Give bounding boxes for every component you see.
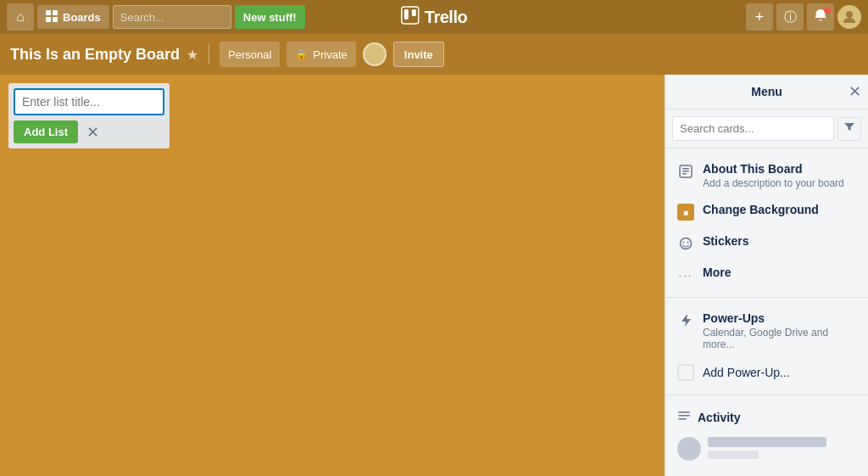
privacy-button[interactable]: 🔒 Private (287, 42, 355, 67)
trello-logo-icon (401, 6, 420, 29)
close-icon: ✕ (849, 83, 861, 100)
activity-text-blur (708, 437, 826, 447)
about-board-item[interactable]: About This Board Add a description to yo… (665, 155, 868, 196)
activity-time-blur (708, 451, 759, 459)
card-search-input[interactable] (672, 116, 834, 141)
more-title: More (703, 266, 856, 279)
svg-rect-0 (46, 10, 51, 15)
svg-rect-9 (682, 168, 689, 170)
change-background-item[interactable]: ■ Change Background (665, 196, 868, 227)
trello-logo: Trello (401, 6, 467, 29)
workspace-button[interactable]: Personal (220, 42, 280, 67)
workspace-label: Personal (228, 48, 271, 61)
add-button[interactable]: + (746, 3, 773, 31)
star-icon[interactable]: ★ (186, 47, 198, 63)
add-powerup-placeholder (677, 364, 694, 381)
svg-rect-2 (46, 17, 51, 22)
background-icon: ■ (677, 204, 694, 221)
svg-rect-10 (682, 171, 689, 172)
board-header: This Is an Empty Board ★ Personal 🔒 Priv… (0, 34, 868, 75)
trello-wordmark: Trello (425, 8, 467, 27)
power-ups-section: Power-Ups Calendar, Google Drive and mor… (665, 298, 868, 395)
stickers-text: Stickers (703, 234, 856, 248)
lock-icon: 🔒 (295, 48, 308, 60)
notification-dot (824, 7, 831, 14)
filter-button[interactable] (837, 117, 861, 141)
activity-section: Activity View all activity... (665, 395, 868, 476)
nav-left: ⌂ Boards New stuff! (7, 3, 305, 31)
add-powerup-label: Add Power-Up... (703, 366, 790, 379)
activity-content (708, 437, 856, 459)
right-menu: Menu ✕ (665, 75, 868, 476)
search-input[interactable] (113, 5, 231, 29)
more-text: More (703, 266, 856, 279)
nav-right: + ⓘ (746, 3, 861, 31)
svg-point-14 (687, 242, 689, 244)
svg-point-13 (683, 242, 685, 244)
svg-rect-3 (53, 17, 58, 22)
change-background-title: Change Background (703, 203, 856, 216)
info-button[interactable]: ⓘ (776, 3, 804, 31)
new-stuff-label: New stuff! (243, 11, 297, 24)
activity-avatar (677, 437, 701, 461)
activity-icon (677, 409, 691, 425)
about-board-text: About This Board Add a description to yo… (703, 162, 856, 189)
boards-grid-icon (46, 10, 58, 25)
power-ups-title: Power-Ups (703, 311, 856, 325)
top-navigation: ⌂ Boards New stuff! (0, 0, 868, 34)
stickers-icon (677, 235, 694, 252)
member-avatar (363, 42, 387, 66)
board-area: Add List ✕ Menu ✕ (0, 75, 868, 476)
notification-button[interactable] (807, 3, 834, 31)
menu-main-section: About This Board Add a description to yo… (665, 148, 868, 298)
board-title[interactable]: This Is an Empty Board (10, 46, 180, 64)
menu-close-button[interactable]: ✕ (849, 84, 861, 99)
cancel-button[interactable]: ✕ (83, 123, 103, 142)
add-icon: + (755, 8, 765, 26)
user-avatar-button[interactable] (837, 5, 861, 29)
privacy-label: Private (313, 48, 347, 61)
board-content: Add List ✕ (0, 75, 665, 476)
add-list-label: Add List (24, 126, 68, 138)
home-button[interactable]: ⌂ (7, 3, 34, 31)
filter-icon (843, 121, 855, 136)
about-board-subtitle: Add a description to your board (703, 177, 856, 189)
more-item[interactable]: ··· More (665, 259, 868, 290)
menu-search-area (665, 109, 868, 148)
svg-rect-17 (678, 418, 687, 420)
activity-header: Activity (665, 402, 868, 432)
view-all-activity[interactable]: View all activity... (665, 466, 868, 476)
power-ups-text: Power-Ups Calendar, Google Drive and mor… (703, 311, 856, 350)
activity-item (665, 432, 868, 466)
power-ups-icon (677, 312, 694, 329)
svg-rect-1 (53, 10, 58, 15)
svg-rect-6 (412, 9, 416, 16)
menu-title: Menu (751, 85, 782, 98)
change-background-text: Change Background (703, 203, 856, 216)
new-stuff-button[interactable]: New stuff! (235, 5, 305, 29)
header-divider (209, 44, 209, 64)
power-ups-item[interactable]: Power-Ups Calendar, Google Drive and mor… (665, 305, 868, 357)
activity-title: Activity (698, 411, 741, 424)
more-icon: ··· (677, 266, 694, 283)
stickers-item[interactable]: Stickers (665, 227, 868, 259)
add-list-form: Add List ✕ (8, 83, 170, 148)
form-actions: Add List ✕ (14, 120, 164, 143)
svg-rect-15 (678, 412, 690, 413)
home-icon: ⌂ (16, 9, 25, 25)
svg-rect-5 (404, 9, 409, 20)
power-ups-subtitle: Calendar, Google Drive and more... (703, 327, 856, 350)
add-powerup-item[interactable]: Add Power-Up... (665, 357, 868, 388)
svg-rect-11 (682, 173, 687, 175)
svg-rect-16 (678, 415, 690, 417)
about-icon (677, 163, 694, 180)
cancel-icon: ✕ (86, 124, 99, 141)
list-title-input[interactable] (14, 88, 164, 115)
invite-label: Invite (404, 48, 433, 61)
stickers-title: Stickers (703, 234, 856, 248)
about-board-title: About This Board (703, 162, 856, 176)
invite-button[interactable]: Invite (393, 42, 444, 67)
boards-button[interactable]: Boards (37, 5, 109, 29)
menu-header: Menu ✕ (665, 75, 868, 109)
add-list-button[interactable]: Add List (14, 120, 78, 143)
